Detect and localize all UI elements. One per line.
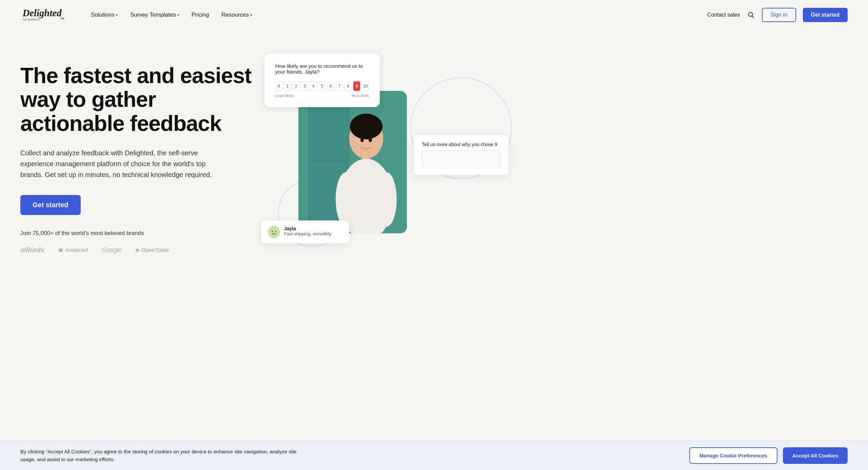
svg-point-18 [376,172,397,227]
nav-survey-templates[interactable]: Survey Templates ▾ [130,12,179,18]
nps-2[interactable]: 2 [293,81,300,91]
nps-8[interactable]: 8 [344,81,352,91]
svg-rect-11 [310,99,348,159]
nps-1[interactable]: 1 [284,81,291,91]
nav-pricing[interactable]: Pricing [192,12,209,18]
logo[interactable]: Delighted by qualtrics SM [20,5,75,25]
brands-text: Join 75,000+ of the world's most beloved… [20,230,258,237]
nav-resources[interactable]: Resources ▾ [221,12,252,18]
allbirds-logo: allbirds [20,246,44,254]
followup-input[interactable] [422,151,500,168]
nps-card: How likely are you to recommend us to yo… [264,54,380,107]
cookie-banner: By clicking “Accept All Cookies”, you ag… [0,441,868,470]
svg-point-23 [275,231,276,232]
nps-6[interactable]: 6 [327,81,334,91]
svg-point-8 [136,249,138,251]
nav-links: Solutions ▾ Survey Templates ▾ Pricing R… [91,12,707,18]
hero-left: The fastest and easiest way to gather ac… [20,50,258,254]
svg-point-21 [268,226,280,238]
svg-point-17 [336,172,356,227]
brand-logos: allbirds instacart Google OpenTable [20,246,258,254]
search-icon[interactable] [747,11,755,19]
manage-cookies-button[interactable]: Manage Cookie Preferences [689,447,777,464]
svg-point-22 [272,231,273,232]
main-nav: Delighted by qualtrics SM Solutions ▾ Su… [0,0,868,30]
nps-label-right: Most likely [352,94,369,98]
svg-point-6 [59,249,62,252]
chevron-down-icon: ▾ [177,13,179,17]
review-name: Jayla [284,226,331,231]
nps-scale: 0 1 2 3 4 5 6 7 8 9 10 [275,81,369,91]
review-text: Fast shipping, incredibly [284,231,331,236]
hero-description: Collect and analyze feedback with Deligh… [20,148,224,180]
signin-button[interactable]: Sign in [762,8,796,22]
nps-7[interactable]: 7 [336,81,343,91]
nav-right: Contact sales Sign in Get started [707,8,848,22]
review-content: Jayla Fast shipping, incredibly [284,226,331,236]
nps-5[interactable]: 5 [319,81,326,91]
chevron-down-icon: ▾ [116,13,118,17]
instacart-logo: instacart [58,247,88,253]
hero-right: How likely are you to recommend us to yo… [258,50,502,247]
svg-point-19 [360,138,364,142]
hero-photo [298,91,407,233]
nav-solutions[interactable]: Solutions ▾ [91,12,118,18]
nps-3[interactable]: 3 [301,81,309,91]
followup-card: Tell us more about why you chose 9 [414,135,509,175]
google-logo: Google [102,246,122,254]
nps-0[interactable]: 0 [275,81,282,91]
chevron-down-icon: ▾ [250,13,252,17]
nps-9[interactable]: 9 [353,81,360,91]
getstarted-nav-button[interactable]: Get started [803,8,848,22]
nps-10[interactable]: 10 [362,81,369,91]
svg-line-4 [752,16,754,18]
followup-label: Tell us more about why you chose 9 [422,142,500,147]
svg-text:SM: SM [60,17,64,20]
getstarted-hero-button[interactable]: Get started [20,195,81,215]
nps-question: How likely are you to recommend us to yo… [275,63,369,75]
nps-4[interactable]: 4 [310,81,317,91]
accept-cookies-button[interactable]: Accept All Cookies [783,447,848,464]
nps-label-left: Least likely [275,94,294,98]
opentable-logo: OpenTable [135,247,169,253]
review-card: Jayla Fast shipping, incredibly [261,220,349,243]
contact-sales-link[interactable]: Contact sales [707,12,740,18]
svg-text:by qualtrics: by qualtrics [23,18,40,21]
hero-section: The fastest and easiest way to gather ac… [0,30,868,268]
nps-labels: Least likely Most likely [275,94,369,98]
svg-text:Delighted: Delighted [22,7,62,18]
cookie-text: By clicking “Accept All Cookies”, you ag… [20,448,298,463]
cookie-buttons: Manage Cookie Preferences Accept All Coo… [689,447,848,464]
hero-title: The fastest and easiest way to gather ac… [20,64,258,135]
svg-point-20 [369,138,372,142]
svg-point-14 [350,114,382,139]
review-avatar [268,226,280,238]
